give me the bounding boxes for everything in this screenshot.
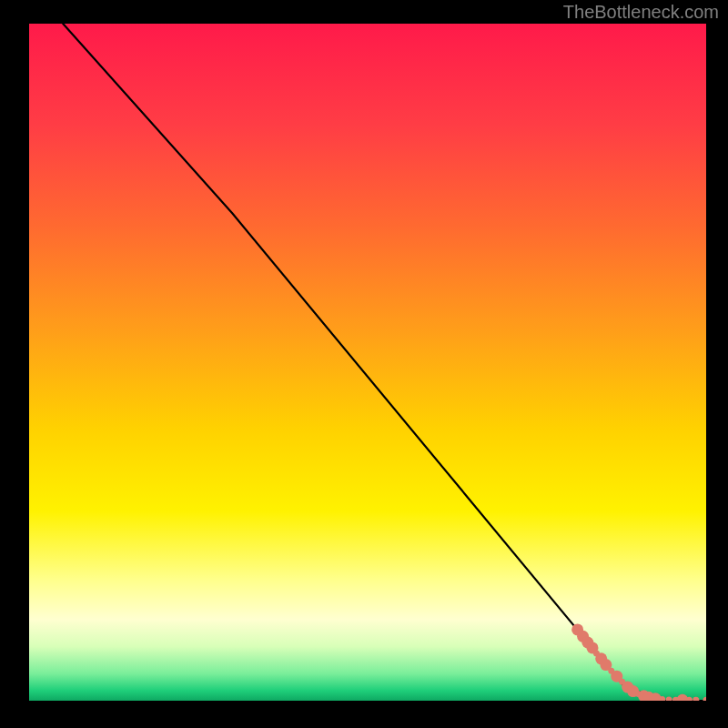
chart-container: TheBottleneck.com [0,0,728,728]
chart-svg [29,24,706,701]
watermark-text: TheBottleneck.com [563,2,719,23]
gradient-background [29,24,706,701]
plot-area [29,24,706,701]
